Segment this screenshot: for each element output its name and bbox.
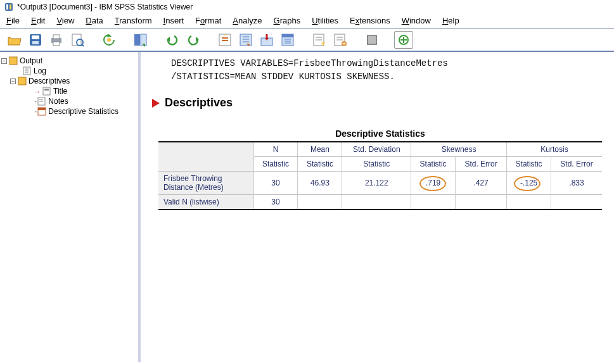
cell-skew-stat bbox=[411, 195, 456, 210]
syntax-block: DESCRIPTIVES VARIABLES=FrisbeeThrowingDi… bbox=[171, 57, 608, 84]
recall-dialog-button[interactable] bbox=[99, 31, 118, 49]
cell-stddev: 21.122 bbox=[342, 172, 411, 195]
cell-kurt-se bbox=[551, 195, 602, 210]
svg-rect-24 bbox=[368, 36, 376, 44]
svg-rect-5 bbox=[32, 41, 39, 44]
go-to-variable-button[interactable] bbox=[257, 31, 276, 49]
save-button[interactable] bbox=[26, 31, 45, 49]
tree-descriptives[interactable]: Descriptives bbox=[29, 77, 70, 85]
menu-file[interactable]: File bbox=[6, 16, 20, 25]
cell-mean: 46.93 bbox=[298, 172, 342, 195]
svg-rect-26 bbox=[10, 57, 17, 65]
log-node-icon bbox=[23, 66, 32, 75]
print-preview-button[interactable] bbox=[68, 31, 87, 49]
highlight-circle: -.125 bbox=[520, 179, 537, 187]
output-node-icon bbox=[9, 56, 18, 65]
sub-statistic: Statistic bbox=[507, 157, 551, 172]
current-marker-icon: → bbox=[34, 88, 41, 95]
cell-skew-stat: .719 bbox=[411, 172, 456, 195]
menu-help[interactable]: Help bbox=[442, 16, 459, 25]
section-title: Descriptives bbox=[165, 96, 233, 110]
svg-rect-8 bbox=[53, 42, 60, 46]
svg-rect-30 bbox=[44, 89, 49, 91]
menu-graphs[interactable]: Graphs bbox=[274, 16, 301, 25]
cell-skew-se bbox=[456, 195, 507, 210]
svg-rect-13 bbox=[134, 34, 140, 46]
svg-rect-33 bbox=[38, 108, 46, 110]
redo-button[interactable] bbox=[184, 31, 203, 49]
svg-rect-2 bbox=[10, 4, 11, 9]
cell-kurt-se: .833 bbox=[551, 172, 602, 195]
menu-extensions[interactable]: Extensions bbox=[350, 16, 390, 25]
tree-connector: ··· bbox=[34, 108, 35, 115]
tree-connector: ··· bbox=[34, 98, 35, 105]
tree-log[interactable]: Log bbox=[34, 66, 46, 75]
table-node-icon bbox=[37, 107, 46, 116]
add-target-button[interactable] bbox=[394, 31, 413, 49]
toolbar bbox=[0, 29, 614, 52]
menu-bar: File Edit View Data Transform Insert For… bbox=[0, 14, 614, 29]
sub-statistic: Statistic bbox=[411, 157, 456, 172]
tree-descstats[interactable]: Descriptive Statistics bbox=[48, 107, 118, 116]
svg-rect-28 bbox=[18, 77, 26, 85]
section-arrow-icon bbox=[152, 99, 160, 108]
table-title: Descriptive Statistics bbox=[158, 129, 602, 139]
title-bar: *Output3 [Document3] - IBM SPSS Statisti… bbox=[0, 0, 614, 14]
insert-text-button[interactable] bbox=[331, 31, 350, 49]
row-label: Valid N (listwise) bbox=[158, 195, 253, 210]
sub-statistic: Statistic bbox=[298, 157, 342, 172]
menu-data[interactable]: Data bbox=[86, 16, 103, 25]
col-kurtosis: Kurtosis bbox=[507, 142, 602, 157]
collapse-icon[interactable]: − bbox=[10, 78, 16, 84]
tree-output[interactable]: Output bbox=[20, 56, 42, 65]
collapse-icon[interactable]: − bbox=[1, 58, 7, 64]
window-title: *Output3 [Document3] - IBM SPSS Statisti… bbox=[17, 3, 193, 11]
workspace: − Output Log − Descriptives → Title ··· bbox=[0, 52, 614, 362]
title-node-icon bbox=[42, 87, 51, 96]
cell-skew-se: .427 bbox=[456, 172, 507, 195]
menu-transform[interactable]: Transform bbox=[115, 16, 152, 25]
descriptive-statistics-table[interactable]: Descriptive Statistics N Mean Std. Devia… bbox=[158, 129, 602, 210]
notes-node-icon bbox=[37, 97, 46, 106]
cell-n: 30 bbox=[253, 195, 298, 210]
sub-statistic: Statistic bbox=[342, 157, 411, 172]
menu-utilities[interactable]: Utilities bbox=[312, 16, 338, 25]
cell-kurt-stat bbox=[507, 195, 551, 210]
menu-window[interactable]: Window bbox=[402, 16, 431, 25]
cell-stddev bbox=[342, 195, 411, 210]
col-mean: Mean bbox=[298, 142, 342, 157]
tree-title[interactable]: Title bbox=[53, 87, 67, 96]
app-icon bbox=[4, 2, 14, 12]
undo-button[interactable] bbox=[163, 31, 182, 49]
select-last-output-button[interactable] bbox=[215, 31, 234, 49]
open-button[interactable] bbox=[5, 31, 24, 49]
svg-rect-19 bbox=[282, 34, 293, 37]
svg-rect-0 bbox=[5, 3, 13, 11]
tree-notes[interactable]: Notes bbox=[48, 97, 68, 106]
designate-window-button[interactable] bbox=[362, 31, 381, 49]
outline-tree[interactable]: − Output Log − Descriptives → Title ··· bbox=[0, 52, 141, 362]
svg-rect-7 bbox=[53, 35, 60, 39]
variables-button[interactable] bbox=[278, 31, 297, 49]
svg-rect-4 bbox=[32, 35, 39, 39]
descriptives-node-icon bbox=[18, 77, 27, 85]
menu-insert[interactable]: Insert bbox=[163, 16, 184, 25]
syntax-line: /STATISTICS=MEAN STDDEV KURTOSIS SKEWNES… bbox=[171, 70, 608, 84]
menu-format[interactable]: Format bbox=[195, 16, 221, 25]
cell-mean bbox=[298, 195, 342, 210]
print-button[interactable] bbox=[47, 31, 66, 49]
sub-stderr: Std. Error bbox=[456, 157, 507, 172]
menu-analyze[interactable]: Analyze bbox=[233, 16, 262, 25]
output-content[interactable]: DESCRIPTIVES VARIABLES=FrisbeeThrowingDi… bbox=[141, 52, 614, 362]
go-to-data-button[interactable] bbox=[131, 31, 150, 49]
col-n: N bbox=[253, 142, 298, 157]
menu-view[interactable]: View bbox=[56, 16, 74, 25]
svg-line-11 bbox=[82, 44, 84, 46]
insert-heading-button[interactable] bbox=[310, 31, 329, 49]
menu-edit[interactable]: Edit bbox=[31, 16, 45, 25]
svg-rect-1 bbox=[6, 4, 8, 9]
go-to-case-button[interactable] bbox=[236, 31, 255, 49]
cell-n: 30 bbox=[253, 172, 298, 195]
sub-stderr: Std. Error bbox=[551, 157, 602, 172]
syntax-line: DESCRIPTIVES VARIABLES=FrisbeeThrowingDi… bbox=[171, 57, 608, 70]
